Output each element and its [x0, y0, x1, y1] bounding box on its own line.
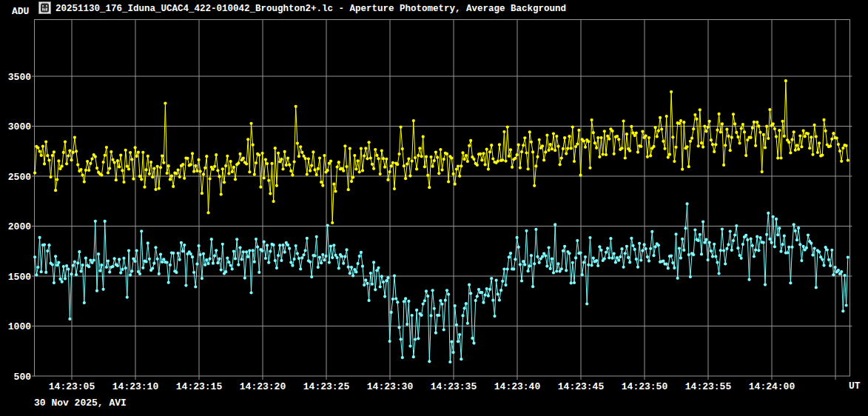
x-tick-label: 14:23:10 [112, 381, 159, 392]
x-tick-label: 14:23:05 [49, 381, 95, 392]
x-tick-label: 14:23:20 [240, 381, 286, 392]
x-tick-label: 14:24:00 [749, 381, 795, 392]
x-tick-label: 14:23:45 [558, 381, 605, 392]
y-tick-label: 1000 [8, 321, 31, 332]
y-tick-label: 500 [14, 372, 32, 383]
x-tick-label: 14:23:35 [431, 381, 477, 392]
x-tick-label: 14:23:55 [685, 381, 732, 392]
y-tick-label: 3500 [8, 72, 31, 83]
x-tick-label: 14:23:15 [176, 381, 223, 392]
y-tick-label: 2500 [8, 172, 31, 183]
series-comparison-star-yellow [33, 79, 850, 224]
x-tick-label: 14:23:30 [367, 381, 414, 392]
series-line-comparison-star-yellow [35, 81, 848, 223]
y-tick-label: 3000 [8, 121, 31, 132]
plot-frame [35, 20, 850, 377]
y-tick-label: 1500 [8, 272, 31, 283]
y-tick-label: 2000 [8, 221, 31, 232]
x-tick-label: 14:23:25 [303, 381, 350, 392]
x-tick-label: 14:23:40 [494, 381, 541, 392]
photometry-window: { "window": { "title": "20251130_176_Idu… [0, 0, 868, 416]
x-tick-label: 14:23:50 [622, 381, 668, 392]
series-line-occulted-star-cyan [35, 204, 848, 362]
light-curve-plot-canvas[interactable]: 50010001500200025003000350014:23:0514:23… [0, 0, 868, 416]
